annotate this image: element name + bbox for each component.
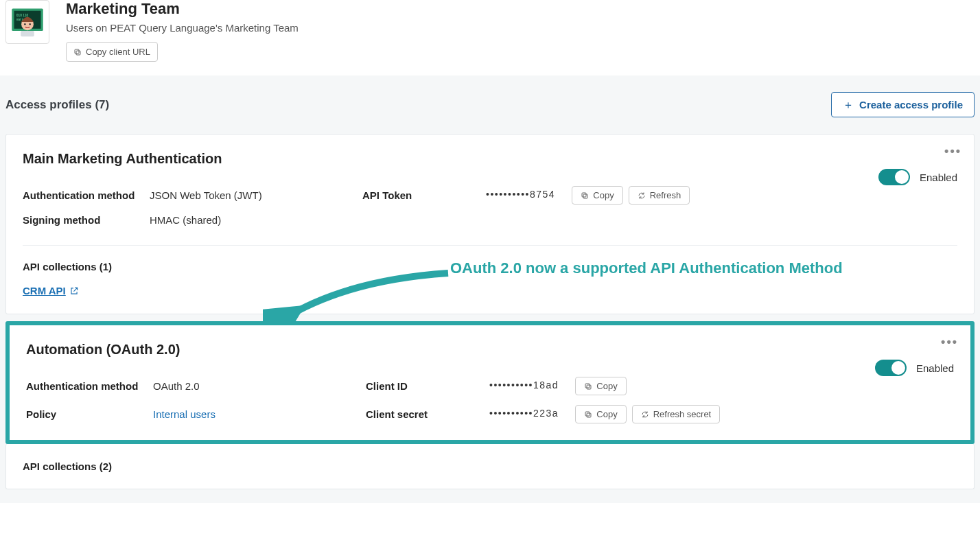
- svg-rect-10: [583, 194, 587, 198]
- api-token-value: ••••••••••8754: [486, 189, 555, 200]
- enable-toggle[interactable]: [878, 169, 910, 185]
- policy-value: Internal users: [153, 408, 359, 420]
- client-id-label: Client ID: [366, 380, 482, 392]
- refresh-client-secret-button[interactable]: Refresh secret: [632, 405, 721, 423]
- copy-client-id-button[interactable]: Copy: [575, 377, 626, 395]
- avatar-illustration-icon: 010 110 var x ;: [10, 4, 45, 40]
- policy-label: Policy: [26, 408, 146, 420]
- svg-text:010 110: 010 110: [16, 14, 29, 17]
- divider: [23, 245, 957, 246]
- svg-rect-8: [76, 51, 80, 55]
- section-title: Access profiles (7): [5, 98, 109, 112]
- card-menu-button[interactable]: •••: [941, 335, 958, 349]
- profile-details-grid: Authentication method OAuth 2.0 Client I…: [26, 377, 954, 423]
- copy-icon: [584, 410, 592, 419]
- api-token-cell: ••••••••••8754 Copy Refresh: [486, 186, 957, 205]
- copy-client-secret-label: Copy: [596, 409, 617, 419]
- auth-method-value: OAuth 2.0: [153, 380, 359, 392]
- auth-method-label: Authentication method: [23, 189, 143, 201]
- enable-label: Enabled: [916, 362, 954, 374]
- copy-token-label: Copy: [593, 190, 614, 200]
- page-title: Marketing Team: [66, 0, 299, 18]
- svg-rect-15: [585, 412, 590, 416]
- signing-method-label: Signing method: [23, 214, 143, 226]
- client-secret-value: ••••••••••223a: [489, 408, 559, 419]
- svg-rect-9: [75, 49, 79, 54]
- copy-client-id-label: Copy: [596, 381, 617, 391]
- profile-details-grid: Authentication method JSON Web Token (JW…: [23, 186, 957, 226]
- client-secret-label: Client secret: [366, 408, 482, 420]
- header-titles: Marketing Team Users on PEAT Query Langu…: [66, 0, 299, 62]
- client-id-value: ••••••••••18ad: [489, 380, 559, 391]
- access-profiles-section: Access profiles (7) ＋ Create access prof…: [0, 75, 980, 503]
- refresh-icon: [638, 191, 646, 200]
- signing-method-value: HMAC (shared): [150, 214, 355, 226]
- copy-client-url-label: Copy client URL: [86, 47, 150, 57]
- copy-client-secret-button[interactable]: Copy: [575, 405, 626, 423]
- external-link-icon: [69, 286, 79, 296]
- copy-token-button[interactable]: Copy: [572, 186, 622, 205]
- copy-client-url-button[interactable]: Copy client URL: [66, 42, 158, 62]
- api-collection-link-label: CRM API: [23, 285, 66, 296]
- enable-toggle[interactable]: [875, 360, 907, 376]
- profile-card-automation-oauth: ••• Enabled Automation (OAuth 2.0) Authe…: [5, 321, 975, 444]
- svg-point-5: [24, 23, 26, 25]
- client-secret-cell: ••••••••••223a Copy Refresh secret: [489, 405, 954, 423]
- enable-label: Enabled: [920, 172, 957, 183]
- page-header: 010 110 var x ; Marketing Team Users on …: [0, 0, 980, 75]
- svg-rect-11: [582, 193, 586, 197]
- copy-icon: [584, 382, 592, 391]
- api-token-label: API Token: [362, 189, 479, 201]
- svg-rect-14: [587, 413, 591, 417]
- client-id-cell: ••••••••••18ad Copy: [489, 377, 954, 395]
- profile-card-automation-collections: API collections (2): [5, 444, 975, 489]
- enable-row: Enabled: [875, 360, 954, 376]
- create-access-profile-label: Create access profile: [859, 99, 963, 110]
- svg-rect-7: [21, 31, 34, 36]
- copy-icon: [581, 191, 589, 200]
- auth-method-value: JSON Web Token (JWT): [150, 189, 355, 201]
- svg-rect-13: [585, 384, 590, 388]
- refresh-token-button[interactable]: Refresh: [629, 186, 690, 205]
- section-header: Access profiles (7) ＋ Create access prof…: [5, 92, 975, 117]
- profile-card-title: Automation (OAuth 2.0): [26, 342, 954, 358]
- svg-rect-12: [587, 385, 591, 389]
- avatar: 010 110 var x ;: [5, 0, 49, 44]
- page-subtitle: Users on PEAT Query Language's Marketing…: [66, 22, 299, 34]
- auth-method-label: Authentication method: [26, 380, 146, 392]
- enable-row: Enabled: [878, 169, 957, 185]
- refresh-icon: [641, 410, 649, 419]
- profile-card-title: Main Marketing Authentication: [23, 151, 957, 167]
- refresh-token-label: Refresh: [650, 190, 681, 200]
- api-collections-title: API collections (2): [23, 461, 957, 472]
- card-menu-button[interactable]: •••: [944, 144, 961, 159]
- refresh-client-secret-label: Refresh secret: [653, 409, 712, 419]
- plus-icon: ＋: [843, 100, 854, 110]
- svg-point-6: [29, 23, 31, 25]
- api-collection-link-crm[interactable]: CRM API: [23, 285, 79, 296]
- create-access-profile-button[interactable]: ＋ Create access profile: [831, 92, 975, 117]
- copy-icon: [73, 48, 82, 56]
- profile-card-main-marketing: ••• Enabled Main Marketing Authenticatio…: [5, 134, 975, 314]
- policy-link[interactable]: Internal users: [153, 408, 215, 420]
- annotation-text: OAuth 2.0 now a supported API Authentica…: [450, 259, 843, 277]
